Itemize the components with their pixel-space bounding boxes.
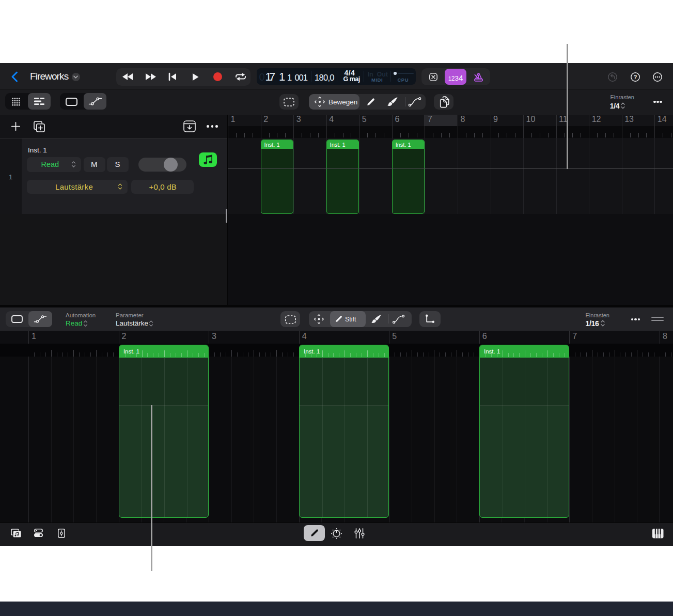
svg-text:?: ?: [633, 74, 637, 80]
